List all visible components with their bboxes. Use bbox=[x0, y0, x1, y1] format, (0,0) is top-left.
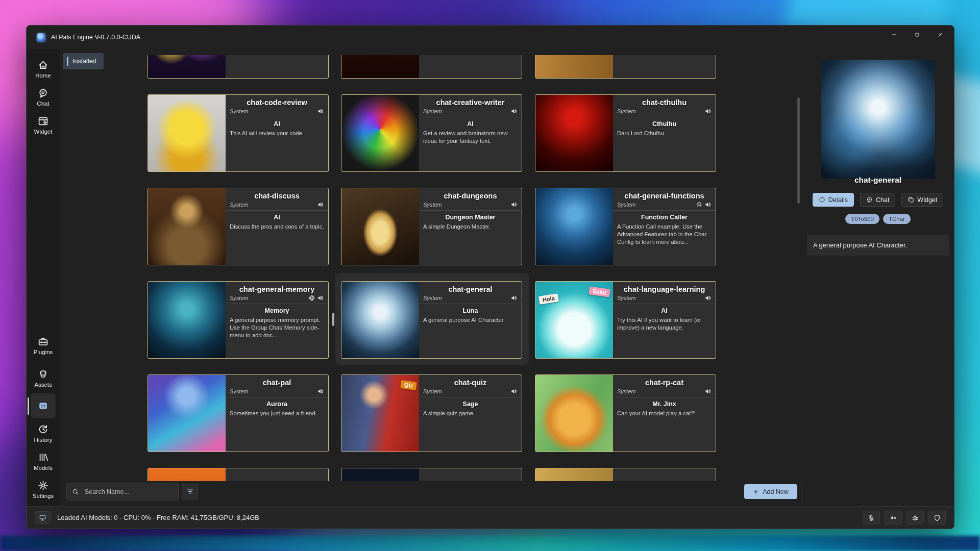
sidebar-item-models[interactable]: Models bbox=[27, 447, 60, 475]
character-card-chat-general-functions[interactable]: chat-general-functionsSystemFunction Cal… bbox=[535, 188, 716, 265]
character-name: AI bbox=[230, 214, 324, 221]
character-thumbnail bbox=[535, 55, 613, 78]
chat-button[interactable]: Chat bbox=[860, 193, 895, 207]
character-thumbnail bbox=[535, 375, 613, 452]
sidebar-item-characters[interactable] bbox=[27, 392, 60, 419]
selected-card-indicator bbox=[332, 313, 334, 326]
character-card-title: chat-dungeons bbox=[423, 192, 518, 200]
speaker-icon bbox=[510, 294, 518, 302]
sidebar-item-chat[interactable]: Chat bbox=[27, 83, 60, 111]
sidebar-item-history[interactable]: History bbox=[27, 419, 60, 447]
character-card-chat-creative-writer[interactable]: chat-creative-writerSystemAIGet a review… bbox=[341, 94, 522, 172]
details-button-label: Details bbox=[828, 196, 848, 204]
character-card-partial[interactable] bbox=[148, 468, 329, 481]
character-thumbnail bbox=[148, 468, 226, 481]
character-name: AI bbox=[423, 120, 518, 128]
sidebar-item-home[interactable]: Home bbox=[27, 55, 60, 83]
add-new-button[interactable]: Add New bbox=[744, 484, 797, 499]
character-card-body bbox=[613, 468, 716, 481]
close-button[interactable] bbox=[929, 27, 951, 42]
character-card-meta: System bbox=[617, 201, 712, 209]
character-card-partial[interactable] bbox=[341, 468, 522, 481]
settings-icon bbox=[38, 480, 48, 491]
character-card-chat-general-memory[interactable]: chat-general-memorySystemMemoryA general… bbox=[148, 281, 329, 359]
shield-button[interactable] bbox=[928, 511, 946, 524]
titlebar[interactable]: AI Pals Engine V-0.7.0.0-CUDA bbox=[27, 26, 954, 49]
speaker-icon bbox=[704, 388, 712, 395]
character-description: A simple Dungeon Master. bbox=[423, 223, 518, 231]
status-text: Loaded AI Models: 0 - CPU: 0% - Free RAM… bbox=[57, 514, 259, 521]
app-logo-icon bbox=[37, 33, 45, 42]
character-card-chat-rp-cat[interactable]: chat-rp-catSystemMr. JinxCan your AI mod… bbox=[535, 374, 716, 452]
speaker-icon bbox=[704, 294, 712, 302]
widget-button-label: Widget bbox=[917, 196, 937, 204]
sidebar-item-settings[interactable]: Settings bbox=[27, 475, 60, 504]
character-card-meta: System bbox=[423, 201, 518, 209]
sidebar-item-assets[interactable]: Assets bbox=[27, 364, 60, 392]
character-name: AI bbox=[230, 120, 324, 128]
character-card-icons bbox=[317, 388, 324, 395]
character-card-title: chat-quiz bbox=[423, 379, 518, 387]
character-card-chat-quiz[interactable]: QUchat-quizSystemSageA simple quiz game. bbox=[341, 374, 522, 452]
scrollbar[interactable] bbox=[797, 55, 800, 481]
minimize-button[interactable] bbox=[884, 27, 905, 42]
character-card-icons bbox=[317, 108, 324, 115]
speaker-icon bbox=[510, 201, 518, 208]
character-card-chat-general[interactable]: chat-generalSystemLunaA general purpose … bbox=[341, 281, 522, 359]
detail-actions: DetailsChatWidget bbox=[806, 193, 949, 207]
detail-panel: chat-general DetailsChatWidget T0To500TC… bbox=[806, 49, 949, 507]
character-thumbnail: QU bbox=[341, 375, 419, 452]
character-thumbnail bbox=[148, 375, 226, 452]
character-card-chat-code-review[interactable]: chat-code-reviewSystemAIThis AI will rev… bbox=[148, 94, 329, 172]
character-card-title: chat-language-learning bbox=[617, 285, 712, 293]
sidebar-item-plugins[interactable]: Plugins bbox=[27, 332, 60, 360]
mic-muted-button[interactable] bbox=[863, 511, 880, 524]
scrollbar-thumb[interactable] bbox=[797, 97, 800, 204]
character-card-partial[interactable] bbox=[148, 55, 329, 79]
character-thumbnail bbox=[148, 55, 226, 78]
bug-button[interactable] bbox=[906, 511, 924, 524]
card-divider bbox=[419, 304, 522, 304]
character-card-chat-language-learning[interactable]: HolaSalutchat-language-learningSystemAIT… bbox=[535, 281, 716, 359]
details-button[interactable]: Details bbox=[813, 193, 854, 207]
maximize-icon bbox=[914, 32, 920, 38]
window-controls bbox=[884, 27, 951, 42]
widget-button[interactable]: Widget bbox=[901, 193, 943, 207]
character-card-title: chat-pal bbox=[230, 379, 324, 387]
character-author: System bbox=[230, 388, 249, 394]
speaker-icon bbox=[317, 108, 324, 115]
card-divider bbox=[613, 304, 716, 304]
character-card-partial[interactable] bbox=[535, 468, 716, 481]
character-card-title: chat-discuss bbox=[230, 192, 324, 200]
character-card-chat-pal[interactable]: chat-palSystemAuroraSometimes you just n… bbox=[148, 374, 329, 452]
character-author: System bbox=[423, 295, 442, 301]
tag-T0To500[interactable]: T0To500 bbox=[845, 214, 879, 224]
character-card-chat-cthulhu[interactable]: chat-cthulhuSystemCthulhuDark Lord Cthul… bbox=[535, 94, 716, 172]
character-card-partial[interactable] bbox=[535, 55, 716, 79]
search-name-input[interactable] bbox=[84, 488, 173, 496]
character-card-body: chat-general-memorySystemMemoryA general… bbox=[226, 282, 328, 358]
character-card-partial[interactable] bbox=[341, 55, 522, 79]
character-card-icons bbox=[317, 201, 324, 208]
character-card-meta: System bbox=[230, 387, 324, 395]
character-card-chat-dungeons[interactable]: chat-dungeonsSystemDungeon MasterA simpl… bbox=[341, 188, 522, 265]
character-card-body: chat-generalSystemLunaA general purpose … bbox=[419, 282, 522, 358]
tag-TChar[interactable]: TChar bbox=[883, 214, 911, 224]
search-box[interactable] bbox=[66, 483, 179, 500]
sidebar-item-label: Assets bbox=[34, 382, 52, 388]
plugins-icon bbox=[38, 336, 48, 347]
character-author: System bbox=[617, 295, 636, 301]
sidebar-item-widget[interactable]: Widget bbox=[27, 111, 60, 139]
speaker-muted-button[interactable] bbox=[885, 511, 902, 524]
character-card-chat-discuss[interactable]: chat-discussSystemAIDiscuss the pros and… bbox=[148, 188, 329, 265]
filter-button[interactable] bbox=[182, 484, 198, 499]
character-card-icons bbox=[510, 388, 518, 395]
image-sign-text: Hola bbox=[538, 293, 559, 305]
character-description: Get a review and brainstorm new ideas fo… bbox=[423, 130, 518, 145]
sidebar-item-label: Home bbox=[35, 72, 51, 79]
character-card-meta: System bbox=[230, 107, 324, 115]
speaker-icon bbox=[510, 108, 518, 115]
close-icon bbox=[937, 32, 943, 38]
gpu-monitor-button[interactable] bbox=[35, 511, 51, 524]
maximize-button[interactable] bbox=[906, 27, 928, 42]
